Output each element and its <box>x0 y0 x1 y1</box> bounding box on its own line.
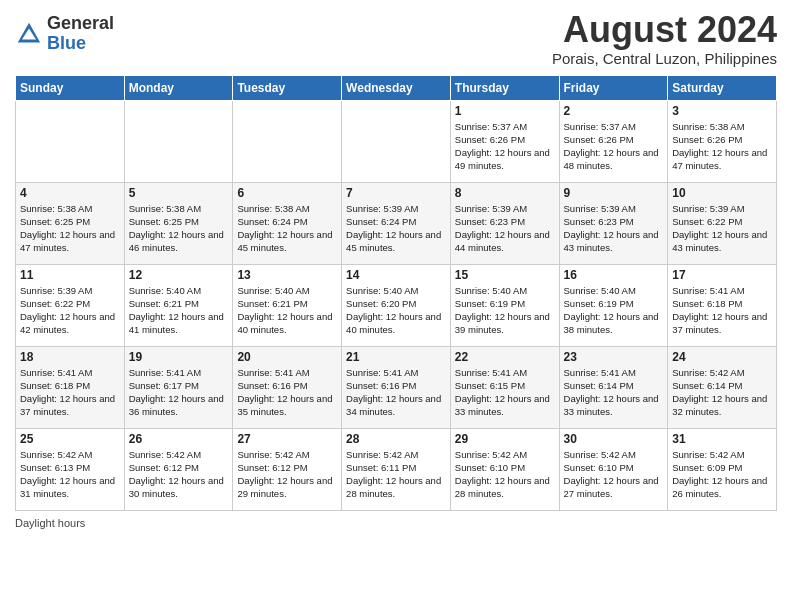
day-number: 11 <box>20 268 120 282</box>
day-number: 25 <box>20 432 120 446</box>
day-info: Sunrise: 5:39 AM Sunset: 6:24 PM Dayligh… <box>346 202 446 255</box>
day-info: Sunrise: 5:42 AM Sunset: 6:09 PM Dayligh… <box>672 448 772 501</box>
day-header-tuesday: Tuesday <box>233 75 342 100</box>
day-info: Sunrise: 5:42 AM Sunset: 6:14 PM Dayligh… <box>672 366 772 419</box>
calendar-cell: 20Sunrise: 5:41 AM Sunset: 6:16 PM Dayli… <box>233 346 342 428</box>
day-number: 17 <box>672 268 772 282</box>
day-info: Sunrise: 5:42 AM Sunset: 6:12 PM Dayligh… <box>129 448 229 501</box>
week-row-3: 11Sunrise: 5:39 AM Sunset: 6:22 PM Dayli… <box>16 264 777 346</box>
calendar-cell: 9Sunrise: 5:39 AM Sunset: 6:23 PM Daylig… <box>559 182 668 264</box>
calendar-cell: 27Sunrise: 5:42 AM Sunset: 6:12 PM Dayli… <box>233 428 342 510</box>
day-number: 1 <box>455 104 555 118</box>
logo-text: General Blue <box>47 14 114 54</box>
calendar-cell: 10Sunrise: 5:39 AM Sunset: 6:22 PM Dayli… <box>668 182 777 264</box>
day-info: Sunrise: 5:39 AM Sunset: 6:22 PM Dayligh… <box>672 202 772 255</box>
day-info: Sunrise: 5:37 AM Sunset: 6:26 PM Dayligh… <box>455 120 555 173</box>
day-number: 6 <box>237 186 337 200</box>
calendar-cell: 12Sunrise: 5:40 AM Sunset: 6:21 PM Dayli… <box>124 264 233 346</box>
day-info: Sunrise: 5:39 AM Sunset: 6:23 PM Dayligh… <box>564 202 664 255</box>
day-info: Sunrise: 5:38 AM Sunset: 6:26 PM Dayligh… <box>672 120 772 173</box>
day-info: Sunrise: 5:41 AM Sunset: 6:14 PM Dayligh… <box>564 366 664 419</box>
calendar-cell <box>233 100 342 182</box>
logo-blue: Blue <box>47 34 114 54</box>
day-info: Sunrise: 5:42 AM Sunset: 6:13 PM Dayligh… <box>20 448 120 501</box>
calendar-cell: 5Sunrise: 5:38 AM Sunset: 6:25 PM Daylig… <box>124 182 233 264</box>
day-info: Sunrise: 5:38 AM Sunset: 6:25 PM Dayligh… <box>20 202 120 255</box>
day-header-friday: Friday <box>559 75 668 100</box>
calendar-cell: 29Sunrise: 5:42 AM Sunset: 6:10 PM Dayli… <box>450 428 559 510</box>
day-info: Sunrise: 5:42 AM Sunset: 6:10 PM Dayligh… <box>455 448 555 501</box>
day-number: 20 <box>237 350 337 364</box>
day-number: 23 <box>564 350 664 364</box>
calendar-cell: 24Sunrise: 5:42 AM Sunset: 6:14 PM Dayli… <box>668 346 777 428</box>
calendar-cell: 3Sunrise: 5:38 AM Sunset: 6:26 PM Daylig… <box>668 100 777 182</box>
day-number: 27 <box>237 432 337 446</box>
calendar-cell: 17Sunrise: 5:41 AM Sunset: 6:18 PM Dayli… <box>668 264 777 346</box>
month-title: August 2024 <box>552 10 777 50</box>
day-info: Sunrise: 5:40 AM Sunset: 6:21 PM Dayligh… <box>237 284 337 337</box>
day-header-monday: Monday <box>124 75 233 100</box>
logo-general: General <box>47 14 114 34</box>
day-number: 16 <box>564 268 664 282</box>
calendar-cell: 13Sunrise: 5:40 AM Sunset: 6:21 PM Dayli… <box>233 264 342 346</box>
day-number: 2 <box>564 104 664 118</box>
day-info: Sunrise: 5:42 AM Sunset: 6:12 PM Dayligh… <box>237 448 337 501</box>
day-number: 24 <box>672 350 772 364</box>
day-info: Sunrise: 5:41 AM Sunset: 6:17 PM Dayligh… <box>129 366 229 419</box>
calendar-cell: 6Sunrise: 5:38 AM Sunset: 6:24 PM Daylig… <box>233 182 342 264</box>
day-number: 13 <box>237 268 337 282</box>
calendar-cell: 23Sunrise: 5:41 AM Sunset: 6:14 PM Dayli… <box>559 346 668 428</box>
footer: Daylight hours <box>15 517 777 529</box>
calendar-cell: 25Sunrise: 5:42 AM Sunset: 6:13 PM Dayli… <box>16 428 125 510</box>
calendar-cell: 18Sunrise: 5:41 AM Sunset: 6:18 PM Dayli… <box>16 346 125 428</box>
day-number: 12 <box>129 268 229 282</box>
day-info: Sunrise: 5:40 AM Sunset: 6:21 PM Dayligh… <box>129 284 229 337</box>
calendar-header: SundayMondayTuesdayWednesdayThursdayFrid… <box>16 75 777 100</box>
logo: General Blue <box>15 14 114 54</box>
calendar-cell: 2Sunrise: 5:37 AM Sunset: 6:26 PM Daylig… <box>559 100 668 182</box>
header: General Blue August 2024 Porais, Central… <box>15 10 777 67</box>
day-info: Sunrise: 5:42 AM Sunset: 6:11 PM Dayligh… <box>346 448 446 501</box>
location: Porais, Central Luzon, Philippines <box>552 50 777 67</box>
day-number: 9 <box>564 186 664 200</box>
day-info: Sunrise: 5:41 AM Sunset: 6:16 PM Dayligh… <box>346 366 446 419</box>
day-number: 7 <box>346 186 446 200</box>
day-number: 29 <box>455 432 555 446</box>
day-info: Sunrise: 5:40 AM Sunset: 6:20 PM Dayligh… <box>346 284 446 337</box>
day-info: Sunrise: 5:41 AM Sunset: 6:15 PM Dayligh… <box>455 366 555 419</box>
day-info: Sunrise: 5:38 AM Sunset: 6:24 PM Dayligh… <box>237 202 337 255</box>
day-number: 5 <box>129 186 229 200</box>
day-info: Sunrise: 5:41 AM Sunset: 6:18 PM Dayligh… <box>672 284 772 337</box>
day-number: 28 <box>346 432 446 446</box>
calendar-cell <box>124 100 233 182</box>
day-number: 21 <box>346 350 446 364</box>
day-number: 14 <box>346 268 446 282</box>
day-number: 4 <box>20 186 120 200</box>
header-row: SundayMondayTuesdayWednesdayThursdayFrid… <box>16 75 777 100</box>
week-row-5: 25Sunrise: 5:42 AM Sunset: 6:13 PM Dayli… <box>16 428 777 510</box>
calendar-cell <box>16 100 125 182</box>
title-block: August 2024 Porais, Central Luzon, Phili… <box>552 10 777 67</box>
day-header-wednesday: Wednesday <box>342 75 451 100</box>
daylight-hours-label: Daylight hours <box>15 517 85 529</box>
day-info: Sunrise: 5:38 AM Sunset: 6:25 PM Dayligh… <box>129 202 229 255</box>
page-container: General Blue August 2024 Porais, Central… <box>0 0 792 539</box>
day-info: Sunrise: 5:41 AM Sunset: 6:16 PM Dayligh… <box>237 366 337 419</box>
week-row-4: 18Sunrise: 5:41 AM Sunset: 6:18 PM Dayli… <box>16 346 777 428</box>
day-number: 19 <box>129 350 229 364</box>
day-info: Sunrise: 5:41 AM Sunset: 6:18 PM Dayligh… <box>20 366 120 419</box>
day-info: Sunrise: 5:39 AM Sunset: 6:23 PM Dayligh… <box>455 202 555 255</box>
day-info: Sunrise: 5:42 AM Sunset: 6:10 PM Dayligh… <box>564 448 664 501</box>
calendar-cell: 4Sunrise: 5:38 AM Sunset: 6:25 PM Daylig… <box>16 182 125 264</box>
calendar-cell: 26Sunrise: 5:42 AM Sunset: 6:12 PM Dayli… <box>124 428 233 510</box>
calendar-cell: 7Sunrise: 5:39 AM Sunset: 6:24 PM Daylig… <box>342 182 451 264</box>
day-number: 30 <box>564 432 664 446</box>
day-number: 10 <box>672 186 772 200</box>
calendar-cell: 28Sunrise: 5:42 AM Sunset: 6:11 PM Dayli… <box>342 428 451 510</box>
calendar-body: 1Sunrise: 5:37 AM Sunset: 6:26 PM Daylig… <box>16 100 777 510</box>
week-row-2: 4Sunrise: 5:38 AM Sunset: 6:25 PM Daylig… <box>16 182 777 264</box>
calendar-cell <box>342 100 451 182</box>
day-number: 8 <box>455 186 555 200</box>
calendar-cell: 31Sunrise: 5:42 AM Sunset: 6:09 PM Dayli… <box>668 428 777 510</box>
calendar-cell: 22Sunrise: 5:41 AM Sunset: 6:15 PM Dayli… <box>450 346 559 428</box>
